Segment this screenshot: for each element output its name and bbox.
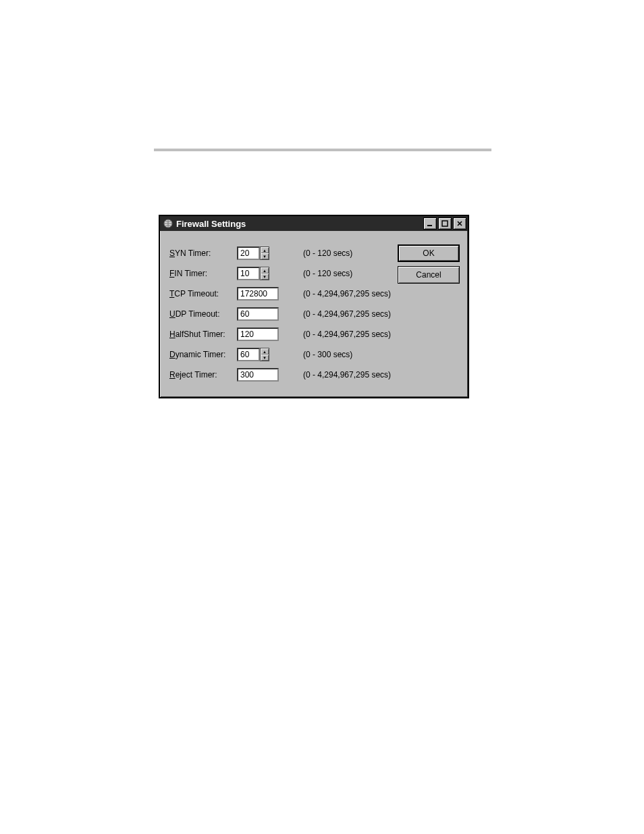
maximize-button[interactable] <box>438 217 452 230</box>
hint-fin: (0 - 120 secs) <box>303 269 352 278</box>
dynamic-timer-input[interactable] <box>237 348 260 361</box>
row-halfshut: HalfShut Timer: (0 - 4,294,967,295 secs) <box>169 324 392 344</box>
button-panel: OK Cancel <box>398 243 460 385</box>
minimize-button[interactable] <box>423 217 437 230</box>
ok-button[interactable]: OK <box>398 244 460 262</box>
hint-dynamic: (0 - 300 secs) <box>303 350 352 359</box>
label-syn: SYN Timer: <box>169 249 237 258</box>
hint-tcp: (0 - 4,294,967,295 secs) <box>303 289 391 298</box>
label-halfshut: HalfShut Timer: <box>169 330 237 339</box>
spin-down-icon[interactable]: ▼ <box>261 253 269 259</box>
hint-syn: (0 - 120 secs) <box>303 249 352 258</box>
cancel-button[interactable]: Cancel <box>398 266 460 284</box>
label-fin: FIN Timer: <box>169 269 237 278</box>
firewall-settings-dialog: Firewall Settings SYN Timer: <box>159 215 469 398</box>
row-dynamic: Dynamic Timer: ▲ ▼ (0 - 300 secs) <box>169 344 392 365</box>
form-area: SYN Timer: ▲ ▼ (0 - 120 secs) FIN Timer: <box>169 243 392 385</box>
row-tcp: TCP Timeout: (0 - 4,294,967,295 secs) <box>169 284 392 304</box>
udp-timeout-input[interactable] <box>237 307 279 321</box>
spin-down-icon[interactable]: ▼ <box>261 273 269 280</box>
spin-up-icon[interactable]: ▲ <box>261 267 269 273</box>
label-tcp: TCP Timeout: <box>169 289 237 298</box>
row-fin: FIN Timer: ▲ ▼ (0 - 120 secs) <box>169 263 392 284</box>
hint-udp: (0 - 4,294,967,295 secs) <box>303 309 391 319</box>
syn-timer-input[interactable] <box>237 246 260 260</box>
svg-rect-2 <box>442 221 448 226</box>
row-reject: Reject Timer: (0 - 4,294,967,295 secs) <box>169 365 392 385</box>
tcp-timeout-input[interactable] <box>237 287 279 301</box>
spin-up-icon[interactable]: ▲ <box>261 348 269 355</box>
spin-down-icon[interactable]: ▼ <box>261 355 269 361</box>
close-button[interactable] <box>453 217 466 230</box>
reject-timer-input[interactable] <box>237 368 279 382</box>
title-bar[interactable]: Firewall Settings <box>160 216 468 231</box>
hint-halfshut: (0 - 4,294,967,295 secs) <box>303 330 391 339</box>
hint-reject: (0 - 4,294,967,295 secs) <box>303 370 391 380</box>
window-title: Firewall Settings <box>176 219 422 229</box>
label-reject: Reject Timer: <box>169 370 237 380</box>
label-udp: UDP Timeout: <box>169 309 237 319</box>
fin-timer-spinner[interactable]: ▲ ▼ <box>260 267 269 280</box>
halfshut-timer-input[interactable] <box>237 328 279 341</box>
globe-icon <box>163 218 173 229</box>
spin-up-icon[interactable]: ▲ <box>261 247 269 253</box>
fin-timer-input[interactable] <box>237 267 260 280</box>
svg-rect-1 <box>427 225 432 226</box>
syn-timer-spinner[interactable]: ▲ ▼ <box>260 246 269 260</box>
row-syn: SYN Timer: ▲ ▼ (0 - 120 secs) <box>169 243 392 263</box>
divider-line <box>154 149 491 151</box>
dynamic-timer-spinner[interactable]: ▲ ▼ <box>260 348 269 361</box>
label-dynamic: Dynamic Timer: <box>169 350 237 359</box>
row-udp: UDP Timeout: (0 - 4,294,967,295 secs) <box>169 304 392 324</box>
